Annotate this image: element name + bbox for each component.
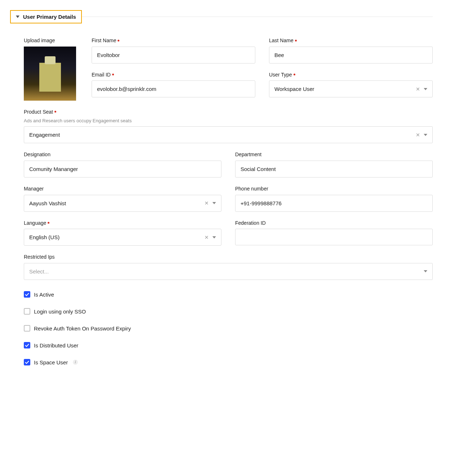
chevron-down-icon bbox=[212, 202, 216, 204]
is-active-label: Is Active bbox=[34, 291, 54, 298]
checkmark-icon bbox=[25, 343, 29, 347]
chevron-down-icon bbox=[16, 16, 19, 18]
phone-label: Phone number bbox=[235, 185, 433, 193]
required-dot bbox=[118, 40, 119, 41]
clear-icon[interactable]: ✕ bbox=[416, 87, 420, 92]
first-name-value: Evoltobor bbox=[97, 51, 120, 59]
required-dot bbox=[294, 74, 295, 75]
language-label: Language bbox=[24, 220, 221, 227]
product-seat-label: Product Seat bbox=[24, 109, 433, 116]
upload-image-preview[interactable] bbox=[24, 47, 76, 101]
is-distributed-checkbox[interactable] bbox=[24, 342, 30, 348]
manager-value: Aayush Vashist bbox=[29, 200, 204, 207]
first-name-input[interactable]: Evoltobor bbox=[92, 47, 255, 63]
last-name-label: Last Name bbox=[269, 37, 433, 44]
info-icon[interactable]: i bbox=[73, 360, 78, 365]
department-value: Social Content bbox=[241, 165, 276, 173]
restricted-ips-placeholder: Select... bbox=[29, 268, 424, 275]
is-space-label: Is Space User bbox=[34, 359, 68, 366]
email-label: Email ID bbox=[92, 71, 255, 79]
department-label: Department bbox=[235, 151, 433, 158]
is-active-checkbox[interactable] bbox=[24, 291, 30, 298]
revoke-token-checkbox[interactable] bbox=[24, 325, 30, 332]
clear-icon[interactable]: ✕ bbox=[204, 201, 209, 206]
checkmark-icon bbox=[25, 360, 29, 364]
required-dot bbox=[295, 40, 297, 41]
avatar-image bbox=[39, 63, 61, 92]
last-name-input[interactable]: Bee bbox=[269, 47, 433, 63]
email-input[interactable]: evolobor.b@sprinklr.com bbox=[92, 80, 255, 97]
last-name-value: Bee bbox=[274, 51, 284, 59]
manager-select[interactable]: Aayush Vashist ✕ bbox=[24, 195, 221, 212]
user-type-select[interactable]: Workspace User ✕ bbox=[269, 80, 433, 97]
designation-value: Comunity Mananger bbox=[29, 165, 78, 173]
designation-label: Designation bbox=[24, 151, 221, 158]
restricted-ips-select[interactable]: Select... bbox=[24, 263, 433, 280]
department-input[interactable]: Social Content bbox=[235, 161, 433, 177]
upload-image-label: Upload image bbox=[24, 37, 78, 44]
login-sso-checkbox[interactable] bbox=[24, 308, 30, 315]
section-divider bbox=[82, 17, 433, 17]
section-toggle[interactable]: User Primary Details bbox=[10, 10, 82, 23]
is-space-checkbox[interactable] bbox=[24, 359, 30, 365]
phone-input[interactable]: +91-9999888776 bbox=[235, 195, 433, 212]
restricted-ips-label: Restricted Ips bbox=[24, 254, 433, 261]
chevron-down-icon bbox=[424, 270, 427, 272]
language-select[interactable]: English (US) ✕ bbox=[24, 229, 221, 246]
required-dot bbox=[54, 111, 56, 113]
email-value: evolobor.b@sprinklr.com bbox=[97, 85, 156, 93]
revoke-token-label: Revoke Auth Token On Password Expiry bbox=[34, 325, 131, 332]
product-seat-select[interactable]: Engagement ✕ bbox=[24, 126, 433, 143]
designation-input[interactable]: Comunity Mananger bbox=[24, 161, 221, 177]
clear-icon[interactable]: ✕ bbox=[204, 235, 209, 240]
manager-label: Manager bbox=[24, 185, 221, 193]
section-title: User Primary Details bbox=[23, 14, 76, 20]
user-type-value: Workspace User bbox=[274, 85, 416, 93]
is-distributed-label: Is Distributed User bbox=[34, 342, 78, 349]
product-seat-value: Engagement bbox=[29, 131, 416, 139]
federation-input[interactable] bbox=[235, 229, 433, 245]
user-type-label: User Type bbox=[269, 71, 433, 79]
clear-icon[interactable]: ✕ bbox=[416, 132, 420, 137]
checkmark-icon bbox=[25, 292, 29, 297]
language-value: English (US) bbox=[29, 233, 204, 241]
chevron-down-icon bbox=[424, 88, 427, 90]
chevron-down-icon bbox=[424, 134, 427, 136]
required-dot bbox=[48, 222, 49, 224]
product-seat-hint: Ads and Research users occupy Engagement… bbox=[24, 118, 433, 124]
phone-value: +91-9999888776 bbox=[241, 200, 282, 207]
chevron-down-icon bbox=[212, 236, 216, 238]
federation-label: Federation ID bbox=[235, 220, 433, 227]
required-dot bbox=[112, 74, 114, 75]
first-name-label: First Name bbox=[92, 37, 255, 44]
login-sso-label: Login using only SSO bbox=[34, 308, 86, 315]
